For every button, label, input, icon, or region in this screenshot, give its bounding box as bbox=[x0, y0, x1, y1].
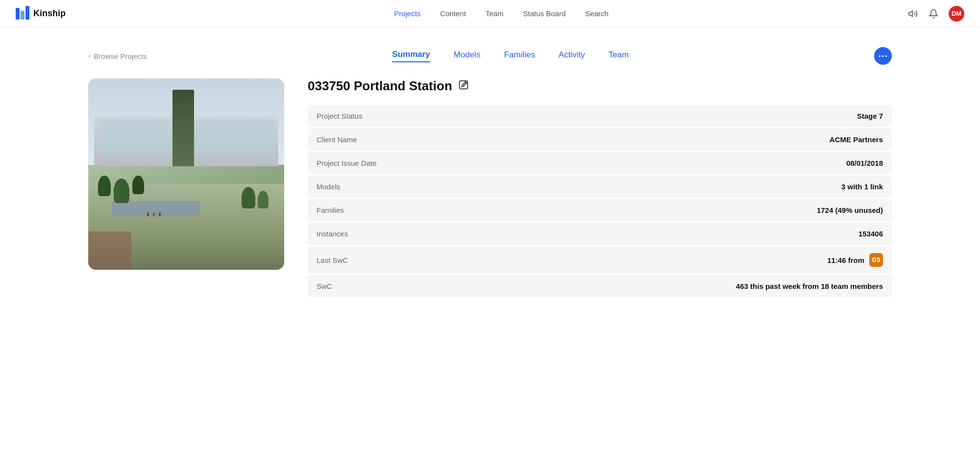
nav-links: Projects Content Team Status Board Searc… bbox=[95, 9, 907, 18]
browse-back-label: Browse Projects bbox=[94, 52, 147, 60]
field-label-last-swc: Last SwC bbox=[308, 246, 541, 274]
tab-team[interactable]: Team bbox=[609, 50, 629, 62]
browse-back-link[interactable]: ‹ Browse Projects bbox=[88, 52, 147, 60]
table-row: Project Status Stage 7 bbox=[308, 105, 892, 127]
field-value-models: 3 with 1 link bbox=[541, 176, 892, 198]
last-swc-time: 11:46 from bbox=[827, 256, 864, 264]
table-row: SwC 463 this past week from 18 team memb… bbox=[308, 275, 892, 297]
brand: Kinship bbox=[16, 6, 66, 22]
field-label-client: Client Name bbox=[308, 129, 541, 151]
gs-badge: GS bbox=[869, 253, 883, 267]
nav-projects[interactable]: Projects bbox=[394, 9, 420, 18]
brand-icon bbox=[16, 6, 29, 22]
nav-status-board[interactable]: Status Board bbox=[523, 9, 566, 18]
project-illustration bbox=[88, 78, 284, 270]
edit-icon[interactable] bbox=[458, 79, 469, 93]
field-value-last-swc: 11:46 from GS bbox=[541, 246, 892, 274]
field-label-models: Models bbox=[308, 176, 541, 198]
field-value-date: 08/01/2018 bbox=[541, 152, 892, 174]
field-value-swc: 463 this past week from 18 team members bbox=[541, 275, 892, 297]
bell-icon[interactable] bbox=[928, 8, 939, 19]
field-label-families: Families bbox=[308, 199, 541, 221]
back-chevron-icon: ‹ bbox=[88, 52, 91, 60]
svg-rect-1 bbox=[21, 11, 24, 20]
field-label-status: Project Status bbox=[308, 105, 541, 127]
field-value-families: 1724 (49% unused) bbox=[541, 199, 892, 221]
project-info-table: Project Status Stage 7 Client Name ACME … bbox=[308, 103, 892, 299]
table-row: Last SwC 11:46 from GS bbox=[308, 246, 892, 274]
table-row: Instances 153406 bbox=[308, 223, 892, 245]
tab-models[interactable]: Models bbox=[454, 50, 481, 62]
field-label-swc: SwC bbox=[308, 275, 541, 297]
svg-marker-3 bbox=[909, 11, 913, 17]
nav-content[interactable]: Content bbox=[440, 9, 466, 18]
field-label-instances: Instances bbox=[308, 223, 541, 245]
table-row: Families 1724 (49% unused) bbox=[308, 199, 892, 221]
project-content: 033750 Portland Station Project Status S… bbox=[0, 78, 980, 299]
user-avatar[interactable]: DM bbox=[949, 6, 964, 22]
project-title: 033750 Portland Station bbox=[308, 78, 452, 94]
project-details: 033750 Portland Station Project Status S… bbox=[308, 78, 892, 299]
field-label-date: Project Issue Date bbox=[308, 152, 541, 174]
tab-families[interactable]: Families bbox=[504, 50, 535, 62]
nav-search[interactable]: Search bbox=[585, 9, 609, 18]
table-row: Project Issue Date 08/01/2018 bbox=[308, 152, 892, 174]
field-value-instances: 153406 bbox=[541, 223, 892, 245]
main-content: ‹ Browse Projects Summary Models Familie… bbox=[0, 27, 980, 318]
top-nav: Kinship Projects Content Team Status Boa… bbox=[0, 0, 980, 27]
brand-name: Kinship bbox=[33, 8, 66, 19]
project-title-row: 033750 Portland Station bbox=[308, 78, 892, 94]
more-options-button[interactable]: ··· bbox=[874, 47, 892, 65]
speaker-icon[interactable] bbox=[907, 8, 918, 19]
field-value-status: Stage 7 bbox=[541, 105, 892, 127]
tab-activity[interactable]: Activity bbox=[559, 50, 585, 62]
svg-rect-2 bbox=[25, 6, 29, 20]
table-row: Models 3 with 1 link bbox=[308, 176, 892, 198]
more-dots-icon: ··· bbox=[878, 51, 888, 62]
field-value-client: ACME Partners bbox=[541, 129, 892, 151]
svg-rect-0 bbox=[16, 8, 20, 20]
nav-team[interactable]: Team bbox=[486, 9, 504, 18]
table-row: Client Name ACME Partners bbox=[308, 129, 892, 151]
project-image bbox=[88, 78, 284, 270]
nav-right: DM bbox=[907, 6, 964, 22]
tab-summary[interactable]: Summary bbox=[392, 50, 430, 62]
